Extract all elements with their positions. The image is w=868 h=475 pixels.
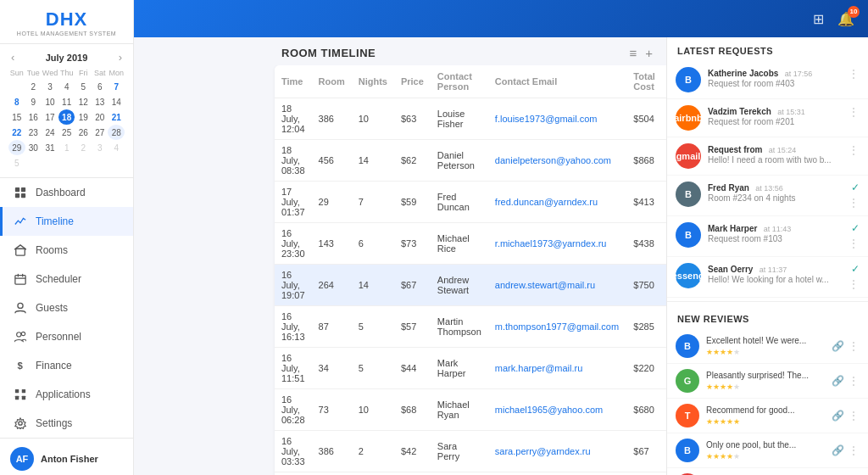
notification-bell[interactable]: 🔔 10 xyxy=(837,11,854,27)
review-item[interactable]: B Only one pool, but the... ★★★★★ 🔗 ⋮ xyxy=(667,433,868,468)
calendar-day[interactable]: 31 xyxy=(42,140,58,155)
calendar-day[interactable] xyxy=(58,155,75,170)
sidebar-item-guests[interactable]: Guests xyxy=(0,293,133,322)
calendar-day[interactable]: 16 xyxy=(25,109,42,125)
calendar-day[interactable]: 17 xyxy=(42,109,58,125)
sidebar-item-applications[interactable]: Applications xyxy=(0,380,133,409)
sidebar-item-scheduler[interactable]: Scheduler xyxy=(0,265,133,293)
calendar-next-button[interactable]: › xyxy=(116,51,125,64)
table-row[interactable]: 16 July, 06:28 73 10 $68 Michael Ryan mi… xyxy=(275,389,666,431)
link-icon[interactable]: 🔗 xyxy=(832,340,844,352)
table-row[interactable]: 16 July, 23:30 143 6 $73 Michael Rice r.… xyxy=(275,223,666,265)
table-row[interactable]: 16 July, 16:13 87 5 $57 Martin Thompson … xyxy=(275,306,666,348)
calendar-day[interactable]: 5 xyxy=(8,155,25,170)
calendar-day[interactable]: 9 xyxy=(25,94,42,109)
sidebar-item-dashboard[interactable]: Dashboard xyxy=(0,178,133,207)
calendar-day[interactable]: 22 xyxy=(8,125,25,140)
calendar-day[interactable]: 14 xyxy=(108,94,125,109)
calendar-day[interactable]: 2 xyxy=(25,79,42,94)
calendar-day[interactable]: 29 xyxy=(8,140,25,155)
more-icon[interactable]: ⋮ xyxy=(848,237,860,250)
calendar-day[interactable]: 3 xyxy=(92,140,108,155)
calendar-day[interactable] xyxy=(25,155,42,170)
check-icon[interactable]: ✓ xyxy=(851,222,860,234)
calendar-day[interactable]: 5 xyxy=(75,79,92,94)
calendar-prev-button[interactable]: ‹ xyxy=(8,51,17,64)
calendar-day[interactable]: 1 xyxy=(58,140,75,155)
table-row[interactable]: 16 July, 03:33 386 2 $42 Sara Perry sara… xyxy=(275,431,666,472)
calendar-day[interactable]: 13 xyxy=(92,94,108,109)
table-row[interactable]: 18 July, 08:38 456 14 $62 Daniel Peterso… xyxy=(275,140,666,182)
calendar-day[interactable]: 26 xyxy=(75,125,92,140)
request-item[interactable]: B Mark Harper at 11:43 Request room #103… xyxy=(667,216,868,257)
sidebar-item-rooms[interactable]: Rooms xyxy=(0,236,133,265)
calendar-day[interactable]: 23 xyxy=(25,125,42,140)
more-icon[interactable]: ⋮ xyxy=(848,444,860,457)
calendar-day[interactable]: 11 xyxy=(58,94,75,109)
more-icon[interactable]: ⋮ xyxy=(848,105,860,119)
more-icon[interactable]: ⋮ xyxy=(848,196,860,210)
cell-email: danielpeterson@yahoo.com xyxy=(488,140,627,182)
calendar-day[interactable]: 25 xyxy=(58,125,75,140)
filter-button[interactable]: ≡ xyxy=(629,46,637,60)
calendar-day[interactable]: 15 xyxy=(8,109,25,125)
calendar-day[interactable]: 3 xyxy=(42,79,58,94)
calendar-day[interactable] xyxy=(108,155,125,170)
sidebar-item-personnel[interactable]: Personnel xyxy=(0,322,133,351)
grid-icon[interactable]: ⊞ xyxy=(813,11,824,27)
calendar-day[interactable]: 27 xyxy=(92,125,108,140)
calendar-day[interactable] xyxy=(8,79,25,94)
calendar-day[interactable]: 12 xyxy=(75,94,92,109)
review-text: Recommend for good... xyxy=(706,405,825,415)
review-item[interactable]: T Recommend for good... ★★★★★ 🔗 ⋮ xyxy=(667,399,868,433)
user-profile[interactable]: AF Anton Fisher xyxy=(0,438,133,475)
more-icon[interactable]: ⋮ xyxy=(848,374,860,388)
calendar-day[interactable]: 4 xyxy=(58,79,75,94)
table-row[interactable]: 15 July, 21:51 258 6 $63 Wanda Jones wjo… xyxy=(275,472,666,476)
more-icon[interactable]: ⋮ xyxy=(848,339,860,353)
request-item[interactable]: airbnb Vadzim Terekch at 15:31 Request f… xyxy=(667,99,868,137)
calendar-day[interactable]: 4 xyxy=(108,140,125,155)
calendar-day[interactable]: 24 xyxy=(42,125,58,140)
calendar-day[interactable]: 28 xyxy=(108,125,125,140)
more-icon[interactable]: ⋮ xyxy=(848,277,860,291)
more-icon[interactable]: ⋮ xyxy=(848,67,860,81)
calendar-day[interactable] xyxy=(42,155,58,170)
link-icon[interactable]: 🔗 xyxy=(832,375,844,387)
add-button[interactable]: + xyxy=(645,46,653,60)
cell-total: $285 xyxy=(626,306,666,348)
more-icon[interactable]: ⋮ xyxy=(848,409,860,422)
sidebar-item-timeline[interactable]: Timeline xyxy=(0,207,133,236)
calendar-day[interactable]: 21 xyxy=(108,109,125,125)
sidebar-item-finance[interactable]: $ Finance xyxy=(0,351,133,380)
request-name: Fred Ryan at 13:56 xyxy=(708,182,841,193)
check-icon[interactable]: ✓ xyxy=(851,182,860,193)
calendar-day[interactable]: 30 xyxy=(25,140,42,155)
table-row[interactable]: 18 July, 12:04 386 10 $63 Louise Fisher … xyxy=(275,98,666,140)
sidebar-item-settings[interactable]: Settings xyxy=(0,409,133,438)
table-row[interactable]: 16 July, 11:51 34 5 $44 Mark Harper mark… xyxy=(275,348,666,389)
calendar-day[interactable]: 18 xyxy=(58,109,75,125)
more-icon[interactable]: ⋮ xyxy=(848,143,860,157)
review-item[interactable]: B Excellent hotel! We were... ★★★★★ 🔗 ⋮ xyxy=(667,329,868,364)
calendar-day[interactable] xyxy=(75,155,92,170)
request-item[interactable]: B Katherine Jacobs at 17:56 Request for … xyxy=(667,61,868,99)
calendar-day[interactable]: 2 xyxy=(75,140,92,155)
table-row[interactable]: 17 July, 01:37 29 7 $59 Fred Duncan fred… xyxy=(275,182,666,223)
calendar-day[interactable]: 10 xyxy=(42,94,58,109)
check-icon[interactable]: ✓ xyxy=(851,263,860,275)
calendar-day[interactable]: 7 xyxy=(108,79,125,94)
review-item[interactable]: G Pleasantly surprised! The... ★★★★★ 🔗 ⋮ xyxy=(667,364,868,399)
calendar-day[interactable] xyxy=(92,155,108,170)
calendar-day[interactable]: 19 xyxy=(75,109,92,125)
calendar-day[interactable]: 20 xyxy=(92,109,108,125)
request-item[interactable]: gmail Request from at 15:24 Hello! I nee… xyxy=(667,137,868,176)
link-icon[interactable]: 🔗 xyxy=(832,444,844,456)
request-item[interactable]: messenger Sean Oerry at 11:37 Hello! We … xyxy=(667,257,868,298)
review-item[interactable]: H The best hotel in my life... ★★★★★ 🔗 ⋮ xyxy=(667,468,868,475)
table-row[interactable]: 16 July, 19:07 264 14 $67 Andrew Stewart… xyxy=(275,265,666,306)
link-icon[interactable]: 🔗 xyxy=(832,410,844,422)
calendar-day[interactable]: 6 xyxy=(92,79,108,94)
request-item[interactable]: B Fred Ryan at 13:56 Room #234 on 4 nigh… xyxy=(667,176,868,216)
calendar-day[interactable]: 8 xyxy=(8,94,25,109)
